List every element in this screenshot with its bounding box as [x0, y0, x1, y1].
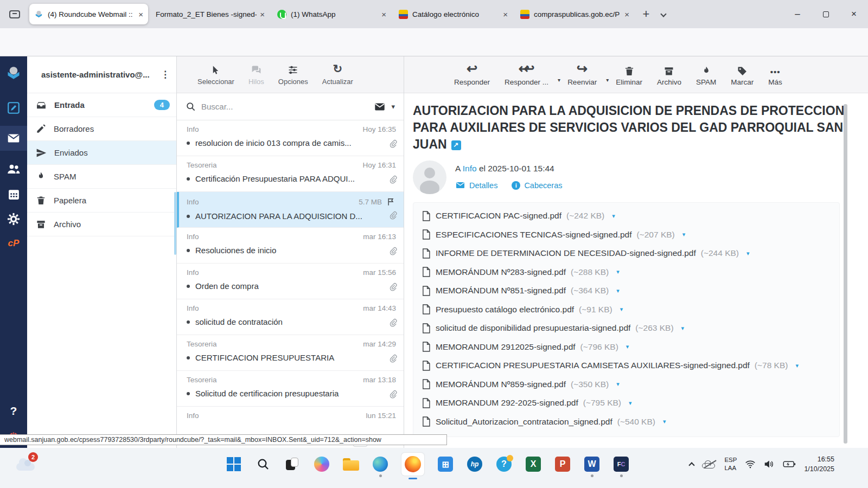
tab-close-icon[interactable]: × — [503, 10, 508, 19]
message-row[interactable]: Tesoreriamar 14:29 CERTIFICACION PRESUPU… — [177, 335, 404, 371]
attachment-row[interactable]: ESPECIFICACIONES TECNICAS-signed-signed.… — [422, 226, 831, 245]
cpanel-icon[interactable]: cP — [8, 238, 20, 249]
start-button[interactable] — [226, 456, 242, 472]
attachment-name[interactable]: INFORME DE DETERMINACION DE NECESIDAD-si… — [436, 248, 696, 258]
delete-button[interactable]: Eliminar — [616, 63, 642, 86]
contacts-icon[interactable] — [6, 162, 21, 177]
attachment-menu-caret-icon[interactable]: ▾ — [663, 418, 666, 425]
word-button[interactable]: W — [584, 456, 600, 472]
reader-scrollbar[interactable] — [844, 104, 847, 444]
attachment-row[interactable]: MEMORANDUM 2912025-signed.pdf (~796 KB) … — [422, 338, 831, 357]
tab-compraspublicas[interactable]: compraspublicas.gob.ec/P × — [515, 4, 634, 24]
forward-caret-icon[interactable]: ▾ — [606, 77, 609, 83]
attachment-menu-caret-icon[interactable]: ▾ — [681, 325, 685, 332]
folder-borradores[interactable]: Borradores — [27, 117, 176, 141]
firmaec-button[interactable]: FC — [613, 456, 629, 472]
edge-button[interactable] — [372, 456, 388, 472]
attachment-name[interactable]: MEMORÁNDUM Nº283-signed.pdf — [436, 267, 566, 277]
tab-whatsapp[interactable]: (1) WhatsApp × — [272, 4, 391, 24]
attachment-row[interactable]: Solicitud_Autorizacion_contratacion_sign… — [422, 413, 831, 432]
folder-archivo[interactable]: Archivo — [27, 213, 176, 236]
message-row[interactable]: Infomar 15:56 Orden de compra — [177, 264, 404, 299]
attachment-row[interactable]: MEMORÁNDUM Nº851-signed.pdf (~364 KB) ▾ — [422, 281, 831, 300]
archive-button[interactable]: Archivo — [657, 63, 681, 86]
battery-icon[interactable] — [783, 460, 796, 468]
folder-enviados[interactable]: Enviados — [27, 141, 176, 165]
attachment-menu-caret-icon[interactable]: ▾ — [616, 381, 620, 388]
details-button[interactable]: Detalles — [455, 180, 497, 190]
spam-button[interactable]: SPAM — [696, 63, 716, 86]
onedrive-paused-icon[interactable] — [702, 460, 716, 468]
attachment-name[interactable]: solicitud de disponibilidad presupuestar… — [436, 323, 630, 333]
attachment-row[interactable]: MEMORÁNDUM Nº283-signed.pdf (~288 KB) ▾ — [422, 263, 831, 282]
search-bar[interactable]: Buscar... ▾ — [177, 93, 404, 120]
wifi-icon[interactable] — [745, 459, 756, 469]
tab-close-icon[interactable]: × — [260, 10, 265, 19]
file-explorer-button[interactable] — [343, 456, 359, 472]
firefox-button[interactable] — [401, 453, 424, 476]
mail-icon[interactable] — [0, 126, 27, 151]
minimize-button[interactable]: – — [783, 0, 812, 28]
hp-button[interactable]: hp — [467, 456, 483, 472]
tab-roundcube[interactable]: (4) Roundcube Webmail :: × — [29, 4, 148, 24]
compose-icon[interactable] — [7, 101, 21, 115]
attachment-row[interactable]: solicitud de disponibilidad presupuestar… — [422, 319, 831, 338]
copilot-button[interactable] — [314, 456, 330, 472]
language-indicator[interactable]: ESP LAA — [724, 456, 737, 472]
search-options-caret-icon[interactable]: ▾ — [391, 102, 395, 111]
attachment-menu-caret-icon[interactable]: ▾ — [620, 306, 623, 313]
folder-papelera[interactable]: Papelera — [27, 189, 176, 213]
message-row[interactable]: Infomar 16:13 Resoluciones de inicio — [177, 228, 404, 264]
mark-button[interactable]: Marcar — [731, 63, 754, 86]
settings-gear-icon[interactable] — [7, 212, 21, 226]
message-row[interactable]: TesoreriaHoy 16:31 Certificación Presupu… — [177, 156, 404, 192]
attachment-menu-caret-icon[interactable]: ▾ — [795, 362, 799, 369]
refresh-button[interactable]: ↻ Actualizar — [322, 63, 353, 86]
search-input[interactable]: Buscar... — [201, 102, 368, 111]
external-link-icon[interactable]: ↗ — [451, 140, 461, 150]
message-row-selected[interactable]: Info 5.7 MB AUTORIZACION PARA LA ADQUISI… — [177, 192, 404, 228]
flag-icon[interactable] — [386, 197, 396, 207]
message-row[interactable]: Tesoreriamar 13:18 Solicitud de certific… — [177, 371, 404, 407]
maximize-button[interactable] — [812, 0, 840, 28]
help-button[interactable]: ? — [496, 456, 512, 472]
to-name-link[interactable]: Info — [463, 164, 477, 173]
attachment-menu-caret-icon[interactable]: ▾ — [616, 268, 620, 275]
tab-catalogo[interactable]: Catálogo electrónico × — [394, 4, 513, 24]
roundcube-logo-icon[interactable] — [5, 65, 22, 81]
reply-all-button[interactable]: ↩↩ Responder ... — [505, 63, 548, 86]
attachment-menu-caret-icon[interactable]: ▾ — [626, 343, 629, 350]
attachment-name[interactable]: MEMORÁNDUM Nº859-signed.pdf — [436, 380, 566, 389]
list-all-tabs-button[interactable] — [655, 12, 672, 16]
attachment-name[interactable]: CERTIFICACION PRESUPUESTARIA CAMISETAS A… — [436, 361, 750, 370]
tray-chevron-up-icon[interactable] — [689, 462, 695, 468]
attachment-menu-caret-icon[interactable]: ▾ — [629, 400, 632, 407]
attachment-menu-caret-icon[interactable]: ▾ — [616, 287, 620, 294]
headers-button[interactable]: i Cabeceras — [512, 181, 562, 190]
folder-scrollbar[interactable] — [174, 192, 176, 255]
tab-close-icon[interactable]: × — [138, 10, 143, 19]
calendar-icon[interactable] — [7, 188, 21, 201]
taskbar-search-button[interactable] — [255, 456, 271, 472]
store-button[interactable]: ⊞ — [437, 456, 454, 472]
close-button[interactable]: × — [840, 0, 868, 28]
attachment-name[interactable]: CERTIFICACION PAC-signed.pdf — [436, 211, 561, 221]
attachment-name[interactable]: ESPECIFICACIONES TECNICAS-signed-signed.… — [436, 230, 632, 240]
forward-button[interactable]: ↪ Reenviar — [567, 63, 597, 86]
folder-spam[interactable]: SPAM — [27, 165, 176, 189]
excel-button[interactable]: X — [525, 456, 541, 472]
attachment-name[interactable]: Presupuesto catálogo electrónico.pdf — [436, 305, 574, 314]
clock[interactable]: 16:55 1/10/2025 — [804, 454, 834, 474]
attachment-name[interactable]: MEMORANDUM 292-2025-signed.pdf — [436, 398, 578, 408]
volume-icon[interactable] — [764, 459, 775, 469]
scope-envelope-icon[interactable] — [374, 101, 386, 113]
reply-all-caret-icon[interactable]: ▾ — [558, 77, 560, 83]
powerpoint-button[interactable]: P — [554, 456, 571, 472]
attachment-row[interactable]: INFORME DE DETERMINACION DE NECESIDAD-si… — [422, 244, 831, 263]
tab-close-icon[interactable]: × — [381, 10, 386, 19]
options-button[interactable]: Opciones — [278, 63, 308, 86]
new-tab-button[interactable]: + — [637, 7, 655, 21]
attachment-name[interactable]: MEMORANDUM 2912025-signed.pdf — [436, 342, 576, 352]
task-view-button[interactable] — [284, 456, 301, 472]
help-icon[interactable]: ? — [10, 404, 17, 418]
